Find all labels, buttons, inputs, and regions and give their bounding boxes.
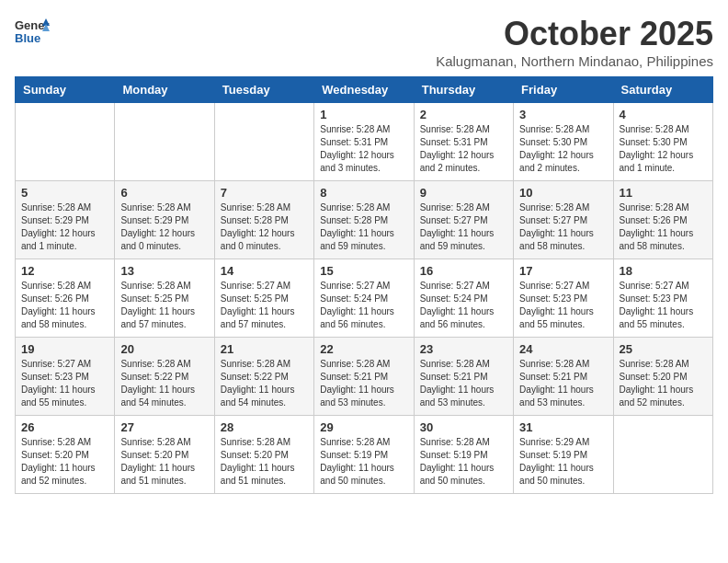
day-number: 30 [420,420,507,434]
logo-icon: General Blue [15,15,50,50]
calendar-day-cell [214,103,313,181]
day-info: Sunrise: 5:28 AM Sunset: 5:31 PM Dayligh… [320,123,407,175]
calendar-week-row: 26Sunrise: 5:28 AM Sunset: 5:20 PM Dayli… [16,416,713,494]
calendar-day-cell: 30Sunrise: 5:28 AM Sunset: 5:19 PM Dayli… [414,416,513,494]
month-title: October 2025 [436,15,713,53]
day-number: 8 [320,186,407,200]
calendar-week-row: 5Sunrise: 5:28 AM Sunset: 5:29 PM Daylig… [16,181,713,259]
day-number: 19 [21,342,108,356]
day-number: 10 [519,186,607,200]
day-number: 14 [221,264,308,278]
calendar-day-cell: 8Sunrise: 5:28 AM Sunset: 5:28 PM Daylig… [314,181,414,259]
day-number: 21 [221,342,308,356]
calendar-day-cell: 31Sunrise: 5:29 AM Sunset: 5:19 PM Dayli… [514,416,613,494]
day-info: Sunrise: 5:28 AM Sunset: 5:28 PM Dayligh… [221,201,308,253]
weekday-header: Monday [115,77,214,103]
calendar-day-cell: 23Sunrise: 5:28 AM Sunset: 5:21 PM Dayli… [414,338,513,416]
calendar-header-row: SundayMondayTuesdayWednesdayThursdayFrid… [16,77,713,103]
calendar-day-cell: 25Sunrise: 5:28 AM Sunset: 5:20 PM Dayli… [613,338,712,416]
calendar-day-cell: 27Sunrise: 5:28 AM Sunset: 5:20 PM Dayli… [115,416,214,494]
calendar-day-cell: 21Sunrise: 5:28 AM Sunset: 5:22 PM Dayli… [214,338,313,416]
calendar-day-cell: 13Sunrise: 5:28 AM Sunset: 5:25 PM Dayli… [115,259,214,338]
calendar-day-cell: 4Sunrise: 5:28 AM Sunset: 5:30 PM Daylig… [613,103,712,181]
day-number: 2 [420,108,507,121]
day-info: Sunrise: 5:28 AM Sunset: 5:21 PM Dayligh… [420,358,507,409]
day-info: Sunrise: 5:27 AM Sunset: 5:24 PM Dayligh… [420,280,507,331]
day-info: Sunrise: 5:28 AM Sunset: 5:30 PM Dayligh… [519,123,607,175]
day-info: Sunrise: 5:28 AM Sunset: 5:20 PM Dayligh… [620,358,707,409]
day-info: Sunrise: 5:28 AM Sunset: 5:21 PM Dayligh… [519,358,607,409]
calendar-day-cell: 22Sunrise: 5:28 AM Sunset: 5:21 PM Dayli… [314,338,414,416]
day-number: 17 [519,264,607,278]
day-info: Sunrise: 5:28 AM Sunset: 5:22 PM Dayligh… [221,358,308,409]
day-number: 28 [221,420,308,434]
calendar-day-cell: 7Sunrise: 5:28 AM Sunset: 5:28 PM Daylig… [214,181,313,259]
weekday-header: Thursday [414,77,513,103]
day-info: Sunrise: 5:28 AM Sunset: 5:20 PM Dayligh… [21,436,108,488]
calendar-table: SundayMondayTuesdayWednesdayThursdayFrid… [15,76,713,494]
svg-text:Blue: Blue [15,31,40,45]
calendar-week-row: 19Sunrise: 5:27 AM Sunset: 5:23 PM Dayli… [16,338,713,416]
calendar-day-cell: 2Sunrise: 5:28 AM Sunset: 5:31 PM Daylig… [414,103,513,181]
day-info: Sunrise: 5:28 AM Sunset: 5:26 PM Dayligh… [21,280,108,331]
day-number: 12 [21,264,108,278]
calendar-day-cell [16,103,115,181]
day-info: Sunrise: 5:28 AM Sunset: 5:29 PM Dayligh… [120,201,208,253]
weekday-header: Wednesday [314,77,414,103]
calendar-week-row: 1Sunrise: 5:28 AM Sunset: 5:31 PM Daylig… [16,103,713,181]
day-info: Sunrise: 5:27 AM Sunset: 5:25 PM Dayligh… [221,280,308,331]
day-info: Sunrise: 5:29 AM Sunset: 5:19 PM Dayligh… [519,436,607,488]
day-info: Sunrise: 5:27 AM Sunset: 5:23 PM Dayligh… [21,358,108,409]
calendar-day-cell: 16Sunrise: 5:27 AM Sunset: 5:24 PM Dayli… [414,259,513,338]
day-number: 11 [620,186,707,200]
calendar-day-cell: 17Sunrise: 5:27 AM Sunset: 5:23 PM Dayli… [514,259,613,338]
day-number: 6 [120,186,208,200]
day-info: Sunrise: 5:27 AM Sunset: 5:23 PM Dayligh… [620,280,707,331]
calendar-day-cell [613,416,712,494]
day-info: Sunrise: 5:28 AM Sunset: 5:28 PM Dayligh… [320,201,407,253]
weekday-header: Friday [514,77,613,103]
weekday-header: Tuesday [214,77,313,103]
day-info: Sunrise: 5:28 AM Sunset: 5:21 PM Dayligh… [320,358,407,409]
day-number: 20 [120,342,208,356]
day-number: 9 [420,186,507,200]
day-info: Sunrise: 5:28 AM Sunset: 5:31 PM Dayligh… [420,123,507,175]
day-info: Sunrise: 5:28 AM Sunset: 5:26 PM Dayligh… [620,201,707,253]
day-info: Sunrise: 5:28 AM Sunset: 5:20 PM Dayligh… [221,436,308,488]
weekday-header: Sunday [16,77,115,103]
calendar-day-cell: 1Sunrise: 5:28 AM Sunset: 5:31 PM Daylig… [314,103,414,181]
day-number: 29 [320,420,407,434]
calendar-day-cell: 26Sunrise: 5:28 AM Sunset: 5:20 PM Dayli… [16,416,115,494]
day-info: Sunrise: 5:27 AM Sunset: 5:24 PM Dayligh… [320,280,407,331]
calendar-day-cell: 6Sunrise: 5:28 AM Sunset: 5:29 PM Daylig… [115,181,214,259]
title-block: October 2025 Kalugmanan, Northern Mindan… [436,15,713,69]
day-number: 16 [420,264,507,278]
day-number: 5 [21,186,108,200]
day-info: Sunrise: 5:28 AM Sunset: 5:22 PM Dayligh… [120,358,208,409]
calendar-day-cell: 28Sunrise: 5:28 AM Sunset: 5:20 PM Dayli… [214,416,313,494]
day-info: Sunrise: 5:28 AM Sunset: 5:29 PM Dayligh… [21,201,108,253]
logo: General Blue [15,15,50,53]
calendar-week-row: 12Sunrise: 5:28 AM Sunset: 5:26 PM Dayli… [16,259,713,338]
calendar-day-cell: 10Sunrise: 5:28 AM Sunset: 5:27 PM Dayli… [514,181,613,259]
calendar-day-cell: 18Sunrise: 5:27 AM Sunset: 5:23 PM Dayli… [613,259,712,338]
calendar-day-cell: 12Sunrise: 5:28 AM Sunset: 5:26 PM Dayli… [16,259,115,338]
day-info: Sunrise: 5:28 AM Sunset: 5:20 PM Dayligh… [120,436,208,488]
location: Kalugmanan, Northern Mindanao, Philippin… [436,53,713,69]
day-number: 27 [120,420,208,434]
day-info: Sunrise: 5:28 AM Sunset: 5:19 PM Dayligh… [420,436,507,488]
page-header: General Blue October 2025 Kalugmanan, No… [15,15,713,69]
day-info: Sunrise: 5:28 AM Sunset: 5:30 PM Dayligh… [620,123,707,175]
day-number: 25 [620,342,707,356]
day-info: Sunrise: 5:28 AM Sunset: 5:27 PM Dayligh… [420,201,507,253]
day-number: 22 [320,342,407,356]
day-number: 23 [420,342,507,356]
calendar-day-cell: 15Sunrise: 5:27 AM Sunset: 5:24 PM Dayli… [314,259,414,338]
calendar-day-cell: 24Sunrise: 5:28 AM Sunset: 5:21 PM Dayli… [514,338,613,416]
day-number: 1 [320,108,407,121]
calendar-day-cell: 19Sunrise: 5:27 AM Sunset: 5:23 PM Dayli… [16,338,115,416]
day-number: 13 [120,264,208,278]
day-number: 4 [620,108,707,121]
day-info: Sunrise: 5:28 AM Sunset: 5:19 PM Dayligh… [320,436,407,488]
day-number: 7 [221,186,308,200]
